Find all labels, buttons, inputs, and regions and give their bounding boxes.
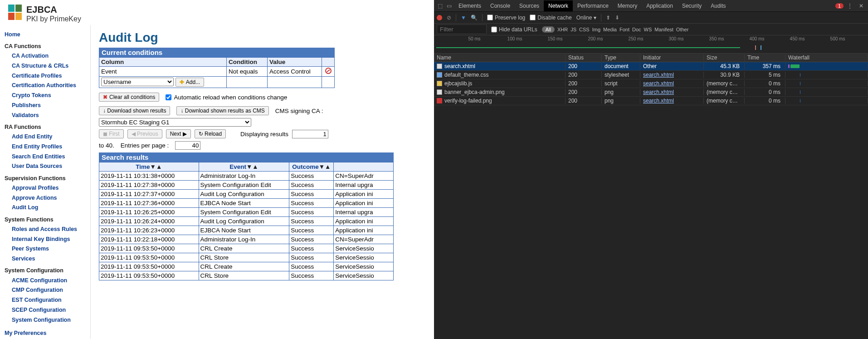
download-cms-button[interactable]: ↓ Download shown results as CMS — [176, 106, 268, 115]
grid-header-status[interactable]: Status — [566, 54, 602, 61]
sidebar-item[interactable]: System Configuration — [5, 315, 88, 325]
inspect-icon[interactable]: ⬚ — [436, 3, 444, 9]
filter-toggle-icon[interactable]: ▼ — [461, 15, 466, 21]
grid-header-type[interactable]: Type — [602, 54, 640, 61]
tab-console[interactable]: Console — [486, 0, 515, 11]
initiator-link[interactable]: search.xhtml — [643, 72, 674, 78]
tab-sources[interactable]: Sources — [515, 0, 544, 11]
initiator-link[interactable]: search.xhtml — [643, 89, 674, 95]
tab-audits[interactable]: Audits — [706, 0, 730, 11]
sidebar-home[interactable]: Home — [5, 29, 88, 39]
online-select[interactable]: Online ▾ — [576, 15, 596, 21]
sidebar-item[interactable]: CA Activation — [5, 51, 88, 61]
grid-header-initiator[interactable]: Initiator — [640, 54, 704, 61]
sidebar-item[interactable]: Approval Profiles — [5, 183, 88, 193]
filter-input[interactable] — [437, 25, 487, 34]
table-row[interactable]: 2019-11-11 09:53:50+0000CRL StoreSuccess… — [99, 271, 394, 280]
upload-icon[interactable]: ⬆ — [606, 15, 610, 21]
sidebar-item[interactable]: CA Structure & CRLs — [5, 61, 88, 71]
filter-type-img[interactable]: Img — [592, 27, 600, 32]
sidebar-myprefs[interactable]: My Preferences — [5, 329, 88, 339]
disable-cache-checkbox[interactable]: Disable cache — [530, 15, 571, 21]
sidebar-item[interactable]: User Data Sources — [5, 162, 88, 172]
filter-type-doc[interactable]: Doc — [632, 27, 641, 32]
table-row[interactable]: 2019-11-11 09:53:50+0000CRL StoreSuccess… — [99, 253, 394, 262]
tab-security[interactable]: Security — [678, 0, 706, 11]
table-row[interactable]: 2019-11-11 10:26:24+0000Audit Log Config… — [99, 217, 394, 226]
network-row[interactable]: verify-log-failed.png200pngsearch.xhtml(… — [434, 97, 868, 105]
sort-outcome[interactable]: Outcome▼▲ — [292, 163, 331, 170]
initiator-link[interactable]: search.xhtml — [643, 80, 674, 87]
filter-type-other[interactable]: Other — [676, 27, 689, 32]
sidebar-item[interactable]: Internal Key Bindings — [5, 234, 88, 244]
network-row[interactable]: search.xhtml200documentOther45.3 KB357 m… — [434, 62, 868, 71]
preserve-log-checkbox[interactable]: Preserve log — [487, 15, 525, 21]
sidebar-item[interactable]: Crypto Tokens — [5, 91, 88, 101]
sidebar-item[interactable]: End Entity Profiles — [5, 142, 88, 152]
column-select[interactable]: Username — [101, 78, 174, 86]
table-row[interactable]: 2019-11-11 10:27:36+0000EJBCA Node Start… — [99, 199, 394, 208]
initiator-link[interactable]: search.xhtml — [643, 98, 674, 104]
sidebar-item[interactable]: Peer Systems — [5, 244, 88, 254]
sidebar-item[interactable]: Publishers — [5, 100, 88, 110]
sidebar-item[interactable]: EST Configuration — [5, 295, 88, 305]
filter-type-manifest[interactable]: Manifest — [654, 27, 673, 32]
filter-type-font[interactable]: Font — [619, 27, 629, 32]
sidebar-item[interactable]: Add End Entity — [5, 132, 88, 142]
more-icon[interactable]: ⋮ — [844, 3, 855, 9]
download-icon[interactable]: ⬇ — [615, 15, 619, 21]
network-row[interactable]: ejbcajslib.js200scriptsearch.xhtml(memor… — [434, 79, 868, 88]
network-timeline[interactable]: 50 ms100 ms150 ms200 ms250 ms300 ms350 m… — [434, 35, 868, 54]
sidebar-item[interactable]: SCEP Configuration — [5, 305, 88, 315]
tab-performance[interactable]: Performance — [573, 0, 613, 11]
table-row[interactable]: 2019-11-11 09:53:50+0000CRL CreateSucces… — [99, 244, 394, 253]
hide-data-urls-checkbox[interactable]: Hide data URLs — [491, 26, 537, 33]
display-from-input[interactable] — [292, 130, 328, 138]
tab-network[interactable]: Network — [544, 0, 573, 11]
previous-button[interactable]: ◀ Previous — [127, 129, 162, 138]
sidebar-item[interactable]: CMP Configuration — [5, 285, 88, 295]
filter-type-js[interactable]: JS — [571, 27, 576, 32]
device-icon[interactable]: ▭ — [445, 3, 453, 9]
grid-header-name[interactable]: Name — [434, 54, 566, 61]
clear-conditions-button[interactable]: ✖Clear all conditions — [99, 93, 159, 102]
sidebar-item[interactable]: Certificate Profiles — [5, 71, 88, 81]
grid-header-waterfall[interactable]: Waterfall — [785, 54, 868, 61]
table-row[interactable]: 2019-11-11 10:27:38+0000System Configura… — [99, 181, 394, 190]
sidebar-item[interactable]: ACME Configuration — [5, 275, 88, 285]
tab-elements[interactable]: Elements — [454, 0, 486, 11]
next-button[interactable]: Next ▶ — [166, 129, 191, 138]
table-row[interactable]: 2019-11-11 10:26:25+0000System Configura… — [99, 208, 394, 217]
grid-header-time[interactable]: Time — [745, 54, 785, 61]
sidebar-item[interactable]: Roles and Access Rules — [5, 224, 88, 234]
sidebar-item[interactable]: Approve Actions — [5, 193, 88, 203]
tab-application[interactable]: Application — [642, 0, 678, 11]
auto-reload-checkbox[interactable]: Automatic reload when conditions change — [166, 94, 287, 101]
remove-condition-icon[interactable] — [325, 68, 332, 74]
sidebar-item[interactable]: Audit Log — [5, 203, 88, 213]
filter-type-ws[interactable]: WS — [644, 27, 652, 32]
sort-event[interactable]: Event▼▲ — [229, 163, 258, 170]
table-row[interactable]: 2019-11-11 10:22:18+0000Administrator Lo… — [99, 235, 394, 244]
network-row[interactable]: default_theme.css200stylesheetsearch.xht… — [434, 71, 868, 79]
reload-button[interactable]: ↻ Reload — [195, 129, 226, 138]
filter-type-css[interactable]: CSS — [579, 27, 590, 32]
sidebar-item[interactable]: Validators — [5, 110, 88, 120]
first-button[interactable]: ◼ First — [99, 129, 124, 138]
error-badge[interactable]: 1 — [835, 3, 844, 9]
sidebar-item[interactable]: Certification Authorities — [5, 81, 88, 91]
sort-time[interactable]: Time▼▲ — [136, 163, 162, 170]
cms-ca-select[interactable]: Stormhub EC Staging G1 — [99, 118, 251, 127]
filter-type-media[interactable]: Media — [603, 27, 617, 32]
table-row[interactable]: 2019-11-11 10:27:37+0000Audit Log Config… — [99, 190, 394, 199]
sidebar-item[interactable]: Services — [5, 254, 88, 264]
search-icon[interactable]: 🔍 — [471, 15, 478, 21]
table-row[interactable]: 2019-11-11 09:53:50+0000CRL CreateSucces… — [99, 262, 394, 271]
tab-memory[interactable]: Memory — [613, 0, 642, 11]
add-condition-button[interactable]: ✚Add... — [176, 78, 204, 87]
close-devtools-icon[interactable]: ✕ — [856, 3, 866, 9]
grid-header-size[interactable]: Size — [704, 54, 745, 61]
entries-per-page-input[interactable] — [175, 141, 200, 150]
network-row[interactable]: banner_ejbca-admin.png200pngsearch.xhtml… — [434, 88, 868, 97]
table-row[interactable]: 2019-11-11 10:31:38+0000Administrator Lo… — [99, 172, 394, 181]
